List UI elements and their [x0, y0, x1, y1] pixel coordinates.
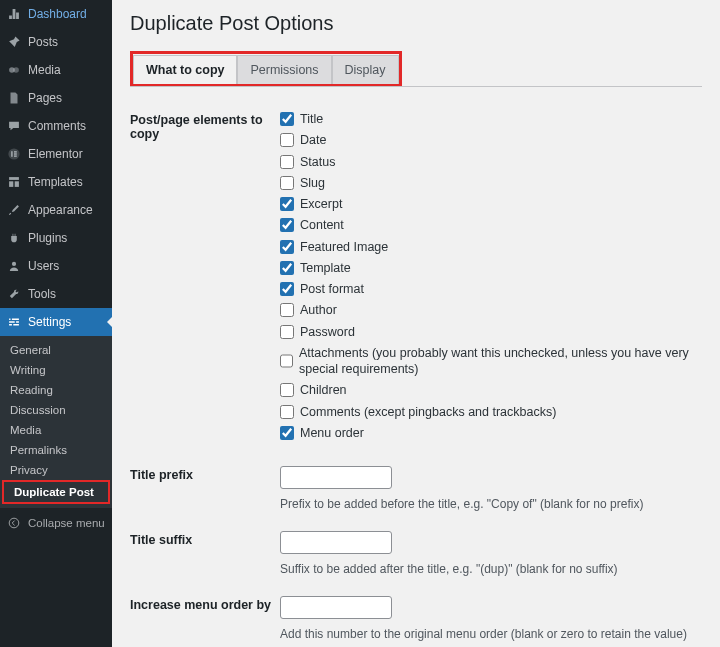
- submenu-duplicate-post[interactable]: Duplicate Post: [4, 482, 108, 502]
- checkbox-label: Password: [300, 324, 355, 340]
- desc-menu-order: Add this number to the original menu ord…: [280, 627, 702, 641]
- sidebar-item-appearance[interactable]: Appearance: [0, 196, 112, 224]
- sidebar-item-media[interactable]: Media: [0, 56, 112, 84]
- checkbox-row[interactable]: Comments (except pingbacks and trackback…: [280, 404, 702, 420]
- sidebar-item-plugins[interactable]: Plugins: [0, 224, 112, 252]
- input-menu-order[interactable]: [280, 596, 392, 619]
- sidebar-item-users[interactable]: Users: [0, 252, 112, 280]
- input-title-prefix[interactable]: [280, 466, 392, 489]
- checkbox-input[interactable]: [280, 197, 294, 211]
- checkbox-row[interactable]: Date: [280, 132, 702, 148]
- checkbox-input[interactable]: [280, 112, 294, 126]
- checkbox-label: Post format: [300, 281, 364, 297]
- submenu-general[interactable]: General: [0, 340, 112, 360]
- plugin-icon: [6, 230, 22, 246]
- tab-display[interactable]: Display: [332, 55, 399, 84]
- checkbox-input[interactable]: [280, 133, 294, 147]
- checkbox-input[interactable]: [280, 426, 294, 440]
- tab-wrapper: What to copy Permissions Display: [130, 51, 702, 87]
- templates-icon: [6, 174, 22, 190]
- checkbox-label: Comments (except pingbacks and trackback…: [300, 404, 556, 420]
- svg-rect-4: [14, 151, 17, 152]
- checkbox-label: Date: [300, 132, 326, 148]
- elements-checkbox-list: TitleDateStatusSlugExcerptContentFeature…: [280, 111, 702, 446]
- checkbox-input[interactable]: [280, 176, 294, 190]
- checkbox-input[interactable]: [280, 155, 294, 169]
- brush-icon: [6, 202, 22, 218]
- checkbox-label: Author: [300, 302, 337, 318]
- dashboard-icon: [6, 6, 22, 22]
- checkbox-row[interactable]: Password: [280, 324, 702, 340]
- submenu-privacy[interactable]: Privacy: [0, 460, 112, 480]
- collapse-menu[interactable]: Collapse menu: [0, 508, 112, 538]
- checkbox-input[interactable]: [280, 282, 294, 296]
- checkbox-input[interactable]: [280, 383, 294, 397]
- svg-rect-8: [9, 181, 13, 187]
- checkbox-input[interactable]: [280, 354, 293, 368]
- submenu-writing[interactable]: Writing: [0, 360, 112, 380]
- submenu-reading[interactable]: Reading: [0, 380, 112, 400]
- submenu-permalinks[interactable]: Permalinks: [0, 440, 112, 460]
- collapse-icon: [6, 515, 22, 531]
- sidebar-item-tools[interactable]: Tools: [0, 280, 112, 308]
- submenu-discussion[interactable]: Discussion: [0, 400, 112, 420]
- label-menu-order: Increase menu order by: [130, 596, 280, 612]
- page-icon: [6, 90, 22, 106]
- sidebar-item-pages[interactable]: Pages: [0, 84, 112, 112]
- sidebar-item-label: Dashboard: [28, 7, 87, 21]
- checkbox-row[interactable]: Status: [280, 154, 702, 170]
- sidebar-item-dashboard[interactable]: Dashboard: [0, 0, 112, 28]
- checkbox-row[interactable]: Post format: [280, 281, 702, 297]
- checkbox-label: Content: [300, 217, 344, 233]
- admin-sidebar: Dashboard Posts Media Pages Comments Ele…: [0, 0, 112, 647]
- sidebar-item-posts[interactable]: Posts: [0, 28, 112, 56]
- checkbox-row[interactable]: Slug: [280, 175, 702, 191]
- sidebar-item-settings[interactable]: Settings: [0, 308, 112, 336]
- checkbox-row[interactable]: Children: [280, 382, 702, 398]
- wrench-icon: [6, 286, 22, 302]
- sidebar-item-label: Elementor: [28, 147, 83, 161]
- label-prefix: Title prefix: [130, 466, 280, 482]
- user-icon: [6, 258, 22, 274]
- sidebar-item-comments[interactable]: Comments: [0, 112, 112, 140]
- sliders-icon: [6, 314, 22, 330]
- sidebar-item-label: Media: [28, 63, 61, 77]
- checkbox-label: Status: [300, 154, 335, 170]
- checkbox-input[interactable]: [280, 325, 294, 339]
- checkbox-row[interactable]: Author: [280, 302, 702, 318]
- tab-permissions[interactable]: Permissions: [237, 55, 331, 84]
- checkbox-row[interactable]: Attachments (you probably want this unch…: [280, 345, 702, 378]
- checkbox-label: Children: [300, 382, 347, 398]
- label-elements: Post/page elements to copy: [130, 111, 280, 141]
- sidebar-item-label: Comments: [28, 119, 86, 133]
- tab-what-to-copy[interactable]: What to copy: [133, 55, 237, 84]
- sidebar-item-templates[interactable]: Templates: [0, 168, 112, 196]
- desc-prefix: Prefix to be added before the title, e.g…: [280, 497, 702, 511]
- svg-rect-6: [14, 155, 17, 156]
- checkbox-input[interactable]: [280, 405, 294, 419]
- checkbox-input[interactable]: [280, 218, 294, 232]
- svg-point-1: [13, 67, 19, 73]
- comment-icon: [6, 118, 22, 134]
- svg-rect-7: [9, 177, 19, 180]
- page-title: Duplicate Post Options: [130, 12, 702, 35]
- sidebar-item-elementor[interactable]: Elementor: [0, 140, 112, 168]
- pin-icon: [6, 34, 22, 50]
- checkbox-row[interactable]: Title: [280, 111, 702, 127]
- checkbox-input[interactable]: [280, 240, 294, 254]
- checkbox-input[interactable]: [280, 261, 294, 275]
- svg-point-10: [12, 262, 16, 266]
- submenu-media[interactable]: Media: [0, 420, 112, 440]
- main-content: Duplicate Post Options What to copy Perm…: [112, 0, 720, 647]
- svg-rect-3: [11, 151, 12, 157]
- checkbox-input[interactable]: [280, 303, 294, 317]
- input-title-suffix[interactable]: [280, 531, 392, 554]
- checkbox-row[interactable]: Content: [280, 217, 702, 233]
- checkbox-label: Menu order: [300, 425, 364, 441]
- checkbox-row[interactable]: Template: [280, 260, 702, 276]
- checkbox-row[interactable]: Menu order: [280, 425, 702, 441]
- sidebar-item-label: Pages: [28, 91, 62, 105]
- checkbox-row[interactable]: Excerpt: [280, 196, 702, 212]
- checkbox-row[interactable]: Featured Image: [280, 239, 702, 255]
- checkbox-label: Title: [300, 111, 323, 127]
